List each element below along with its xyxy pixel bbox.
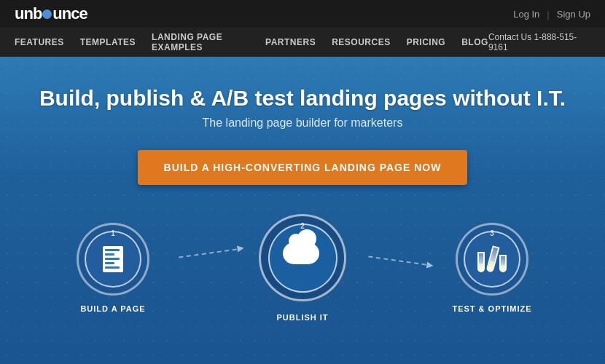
top-right-links: Log In | Sign Up — [513, 9, 590, 20]
nav-bar: FEATURES TEMPLATES LANDING PAGE EXAMPLES… — [0, 28, 605, 57]
nav-examples[interactable]: LANDING PAGE EXAMPLES — [152, 32, 249, 52]
arrow-1 — [179, 221, 237, 293]
step-test-circle: 3 — [456, 223, 528, 296]
signup-link[interactable]: Sign Up — [557, 9, 590, 20]
step-publish-number: 2 — [300, 222, 305, 230]
step-test-number: 3 — [490, 229, 494, 237]
page-icon — [103, 246, 123, 272]
cta-button[interactable]: BUILD A HIGH-CONVERTING LANDING PAGE NOW — [138, 150, 468, 185]
hero-section: Build, publish & A/B test landing pages … — [0, 57, 605, 364]
hero-subtitle: The landing page builder for marketers — [203, 116, 403, 130]
arrow-2 — [368, 221, 426, 293]
step-test-inner — [464, 231, 520, 288]
step-build: 1 BUILD A PAGE — [47, 223, 179, 313]
logo-text: unbunce — [15, 4, 87, 23]
login-link[interactable]: Log In — [513, 9, 539, 20]
step-publish-circle: 2 ↑ — [259, 214, 346, 301]
step-test-label: TEST & OPTIMIZE — [452, 304, 531, 313]
hero-title: Build, publish & A/B test landing pages … — [39, 86, 566, 111]
nav-pricing[interactable]: PRICING — [407, 37, 446, 47]
steps-section: 1 BUILD A PAGE — [0, 214, 605, 322]
step-build-inner — [85, 231, 141, 288]
step-publish-inner: ↑ — [268, 223, 337, 293]
nav-resources[interactable]: RESOURCES — [332, 37, 391, 47]
divider: | — [547, 9, 549, 20]
step-build-label: BUILD A PAGE — [80, 304, 145, 313]
cloud-icon: ↑ — [283, 242, 323, 273]
nav-templates[interactable]: TEMPLATES — [80, 37, 136, 47]
step-publish-label: PUBLISH IT — [276, 313, 328, 322]
nav-blog[interactable]: BLOG — [461, 37, 488, 47]
nav-contact: Contact Us 1-888-515-9161 — [488, 32, 590, 52]
test-icon — [477, 246, 507, 272]
nav-features[interactable]: FEATURES — [15, 37, 64, 47]
nav-partners[interactable]: PARTNERS — [265, 37, 316, 47]
logo[interactable]: unbunce — [15, 4, 87, 23]
dashed-line-2 — [368, 256, 426, 265]
top-bar: unbunce Log In | Sign Up — [0, 0, 605, 28]
step-publish: 2 ↑ PUBLISH IT — [237, 214, 368, 322]
step-build-circle: 1 — [77, 223, 149, 296]
nav-links: FEATURES TEMPLATES LANDING PAGE EXAMPLES… — [15, 32, 488, 52]
step-test: 3 TEST & OPTIMIZE — [426, 223, 558, 313]
step-build-number: 1 — [111, 229, 115, 237]
dashed-line-1 — [179, 248, 236, 258]
